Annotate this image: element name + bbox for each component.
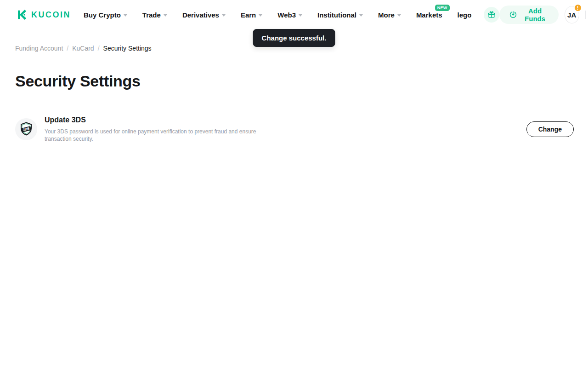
setting-title: Update 3DS: [45, 116, 264, 124]
nav-item-derivatives[interactable]: Derivatives: [182, 11, 226, 19]
avatar[interactable]: JA !: [565, 6, 579, 23]
nav-left: KUCOIN Buy Crypto Trade Derivatives Earn…: [15, 7, 499, 23]
nav-item-web3[interactable]: Web3: [277, 11, 302, 19]
breadcrumb-link-kucard[interactable]: KuCard: [72, 45, 94, 52]
change-button[interactable]: Change: [526, 121, 574, 137]
chevron-down-icon: [124, 14, 127, 17]
nav-item-earn[interactable]: Earn: [241, 11, 262, 19]
setting-description: Your 3DS password is used for online pay…: [45, 128, 264, 143]
breadcrumb-link-funding-account[interactable]: Funding Account: [15, 45, 63, 52]
avatar-alert-badge: !: [574, 4, 582, 12]
nav-label: Web3: [277, 11, 296, 19]
chevron-down-icon: [164, 14, 167, 17]
kucoin-logo[interactable]: KUCOIN: [15, 8, 71, 21]
breadcrumb-separator: /: [67, 45, 68, 52]
gift-icon: [487, 10, 496, 19]
avatar-initials: JA: [567, 11, 576, 19]
breadcrumb-separator: /: [98, 45, 100, 52]
nav-item-buy-crypto[interactable]: Buy Crypto: [84, 11, 127, 19]
main-content: Funding Account / KuCard / Security Sett…: [0, 45, 588, 143]
nav-item-more[interactable]: More: [378, 11, 401, 19]
main-nav: Buy Crypto Trade Derivatives Earn Web3 I…: [84, 11, 471, 19]
nav-item-markets[interactable]: Markets NEW: [416, 11, 442, 19]
chevron-down-icon: [397, 14, 401, 17]
nav-item-trade[interactable]: Trade: [142, 11, 167, 19]
setting-row-update-3ds: 3DS Update 3DS Your 3DS password is used…: [15, 116, 574, 143]
header-divider: [585, 11, 586, 19]
chevron-down-icon: [222, 14, 226, 17]
nav-label: Earn: [241, 11, 256, 19]
chevron-down-icon: [259, 14, 262, 17]
nav-item-lego[interactable]: lego: [458, 11, 472, 19]
deposit-icon: [509, 11, 517, 19]
3ds-shield-icon: 3DS: [15, 118, 37, 140]
new-badge: NEW: [435, 5, 450, 11]
add-funds-button[interactable]: Add Funds: [499, 6, 558, 24]
nav-label: lego: [458, 11, 472, 19]
toast-message: Change successful.: [253, 29, 335, 47]
top-nav: KUCOIN Buy Crypto Trade Derivatives Earn…: [0, 0, 588, 29]
page-title: Security Settings: [15, 72, 574, 90]
nav-item-institutional[interactable]: Institutional: [317, 11, 363, 19]
nav-label: Derivatives: [182, 11, 219, 19]
nav-label: More: [378, 11, 395, 19]
kucoin-wordmark: KUCOIN: [31, 10, 71, 20]
nav-label: Markets: [416, 11, 442, 19]
add-funds-label: Add Funds: [521, 7, 548, 23]
chevron-down-icon: [359, 14, 363, 17]
nav-right: Add Funds JA ! 12: [499, 6, 588, 24]
nav-label: Trade: [142, 11, 161, 19]
nav-label: Buy Crypto: [84, 11, 121, 19]
chevron-down-icon: [299, 14, 302, 17]
nav-label: Institutional: [317, 11, 356, 19]
kucoin-logo-icon: [15, 8, 28, 21]
rewards-gift-button[interactable]: [484, 7, 499, 23]
setting-info: Update 3DS Your 3DS password is used for…: [45, 116, 264, 143]
breadcrumb-current: Security Settings: [103, 45, 152, 52]
